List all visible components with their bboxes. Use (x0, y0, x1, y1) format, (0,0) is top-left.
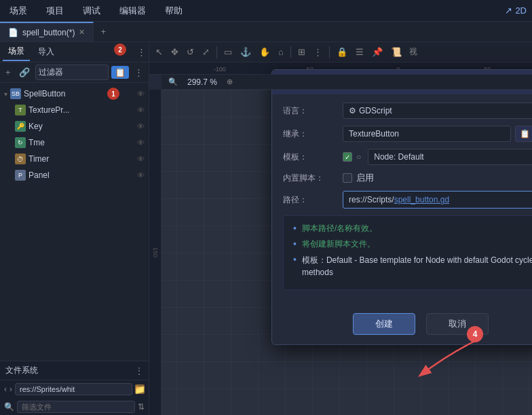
ruler-corner (149, 62, 162, 73)
select-tool-btn[interactable]: ↖ (152, 46, 166, 58)
menu-editor[interactable]: 编辑器 (115, 2, 150, 20)
nav-forward-btn[interactable]: › (10, 384, 12, 394)
inherit-browse-btn[interactable]: 📋 (515, 126, 532, 142)
mode-2d-indicator: ↗ 2D (505, 5, 527, 16)
info-section: • 脚本路径/名称有效。 • 将创建新脚本文件。 • 模板：Default - … (283, 215, 532, 290)
script-dialog: 🐾 设置节点的脚本 ─ □ ✕ 语言： ⚙ GDScript (271, 69, 532, 345)
timer-icon: ⏱ (15, 154, 26, 164)
viewport-area: ↖ ✥ ↺ ⤢ ▭ ⚓ ✋ ⌂ ⊞ ⋮ 🔒 ☰ 📌 📜 视 -100 -50 (149, 42, 532, 415)
hand-tool-btn[interactable]: ✋ (256, 46, 273, 58)
panel-tab-scene[interactable]: 场景 (3, 43, 30, 61)
timer-label: Timer (28, 154, 134, 164)
texturepr-icon: T (15, 105, 26, 115)
builtin-value: 启用 (343, 172, 532, 184)
spellbutton-visibility-btn[interactable]: 👁 (137, 90, 145, 98)
vertical-ruler: 150 (149, 90, 162, 415)
info-item-3: • 模板：Default - Base template for Node wi… (293, 254, 532, 278)
builtin-checkbox[interactable] (343, 173, 352, 183)
toolbar-sep-1 (216, 46, 217, 58)
file-search-row: 🔍 ⇅ (0, 398, 149, 415)
scale-tool-btn[interactable]: ⤢ (199, 46, 213, 58)
create-button[interactable]: 创建 (353, 313, 415, 335)
scene-tree-options-btn[interactable]: ⋮ (132, 66, 146, 79)
file-system-nav: ‹ › res://Sprites/whit 📁 (0, 380, 149, 398)
tab-bar: 📄 spell_button(*) ✕ + (0, 22, 532, 42)
tab-close-button[interactable]: ✕ (79, 28, 85, 37)
nav-back-btn[interactable]: ‹ (4, 384, 7, 394)
tree-item-tme[interactable]: ↻ Tme 👁 (11, 134, 149, 151)
tab-add-button[interactable]: + (94, 26, 113, 37)
tree-item-panel[interactable]: P Panel 👁 (11, 167, 149, 183)
filter-toolbar: + 🔗 过滤器 📋 2 ⋮ (0, 62, 149, 83)
anchor-tool-btn[interactable]: ⚓ (237, 46, 254, 58)
annotation-badge-1: 1 (107, 88, 119, 100)
zoom-out-btn[interactable]: 🔍 (166, 77, 180, 87)
annotation-badge-4: 4 (467, 326, 483, 342)
language-value: ⚙ GDScript ▾ (343, 103, 532, 119)
menu-debug[interactable]: 调试 (79, 2, 104, 20)
rect-tool-btn[interactable]: ▭ (221, 46, 235, 58)
toolbar-sep-2 (290, 46, 291, 58)
builtin-label: 内置脚本： (283, 173, 337, 184)
link-btn[interactable]: 🔗 (16, 66, 33, 79)
template-checkbox[interactable]: ✓ (343, 152, 352, 162)
menu-help[interactable]: 帮助 (161, 2, 187, 20)
texturepr-label: TexturePr... (28, 105, 134, 115)
dialog-footer: 创建 取消 (272, 306, 532, 344)
file-system-options-btn[interactable]: ⋮ (135, 366, 143, 376)
key-visibility-btn[interactable]: 👁 (137, 122, 145, 130)
language-select[interactable]: ⚙ GDScript ▾ (343, 103, 532, 119)
snap-btn[interactable]: ⋮ (310, 46, 326, 58)
language-select-value: ⚙ GDScript (349, 106, 392, 115)
file-options-btn[interactable]: ⇅ (138, 402, 145, 412)
left-panel: 场景 导入 ⋮ + 🔗 过滤器 📋 2 ⋮ ▾ SB SpellButton 1… (0, 42, 149, 415)
tab-icon: 📄 (8, 28, 18, 37)
rotate-tool-btn[interactable]: ↺ (183, 46, 197, 58)
tme-visibility-btn[interactable]: 👁 (137, 139, 145, 147)
move-tool-btn[interactable]: ✥ (168, 46, 182, 58)
info-item-1: • 脚本路径/名称有效。 (293, 223, 532, 234)
texturepr-visibility-btn[interactable]: 👁 (137, 106, 145, 114)
timer-visibility-btn[interactable]: 👁 (137, 155, 145, 163)
panel-tab-import[interactable]: 导入 (33, 43, 60, 60)
filter-icon-active-btn[interactable]: 📋 (111, 66, 129, 79)
inherit-input[interactable]: TextureButton (343, 126, 511, 142)
script-btn[interactable]: 📜 (387, 46, 405, 58)
template-value: ✓ ○ Node: Default ▾ (343, 149, 532, 165)
info-bullet-3: • (293, 254, 297, 265)
file-system-title: 文件系统 (5, 365, 38, 376)
zoom-reset-btn[interactable]: ⊕ (224, 77, 235, 87)
menu-scene[interactable]: 场景 (5, 2, 31, 20)
tree-item-spellbutton[interactable]: ▾ SB SpellButton 1 👁 (0, 86, 149, 102)
grid-btn[interactable]: ⊞ (294, 46, 309, 58)
add-node-btn[interactable]: + (3, 66, 14, 79)
group-btn[interactable]: ☰ (352, 46, 367, 58)
lock-btn[interactable]: 🔒 (333, 46, 351, 58)
panel-label: Panel (28, 170, 134, 180)
bone-tool-btn[interactable]: ⌂ (275, 46, 287, 58)
template-select[interactable]: Node: Default ▾ (368, 149, 532, 165)
tab-label: spell_button(*) (22, 28, 75, 37)
panel-visibility-btn[interactable]: 👁 (137, 171, 145, 179)
search-icon: 🔍 (4, 402, 14, 412)
spellbutton-label: SpellButton (24, 89, 104, 98)
menu-project[interactable]: 项目 (42, 2, 68, 20)
tree-item-timer[interactable]: ⏱ Timer 👁 (11, 151, 149, 167)
tree-expand-chevron[interactable]: ▾ (4, 90, 7, 98)
current-path-display: res://Sprites/whit (15, 383, 132, 395)
panel-options-btn[interactable]: ⋮ (137, 47, 146, 57)
tree-item-key[interactable]: 🔑 Key 👁 (11, 118, 149, 134)
annotation-badge-2: 2 (114, 43, 126, 56)
builtin-row: 内置脚本： 启用 (283, 172, 532, 184)
folder-icon: 📁 (135, 384, 145, 394)
panel-icon: P (15, 170, 26, 181)
ruler-v-label: 150 (152, 247, 159, 257)
pin-btn[interactable]: 📌 (368, 46, 386, 58)
path-input-field[interactable]: res://Scripts/spell_button.gd (343, 191, 532, 209)
language-label: 语言： (283, 105, 337, 117)
scene-tree: ▾ SB SpellButton 1 👁 T TexturePr... 👁 🔑 … (0, 83, 149, 361)
tree-item-texturepr[interactable]: T TexturePr... 👁 (11, 102, 149, 118)
file-search-input[interactable] (17, 401, 135, 413)
mode-icon: ↗ (505, 5, 512, 16)
tab-spell-button[interactable]: 📄 spell_button(*) ✕ (0, 22, 94, 41)
